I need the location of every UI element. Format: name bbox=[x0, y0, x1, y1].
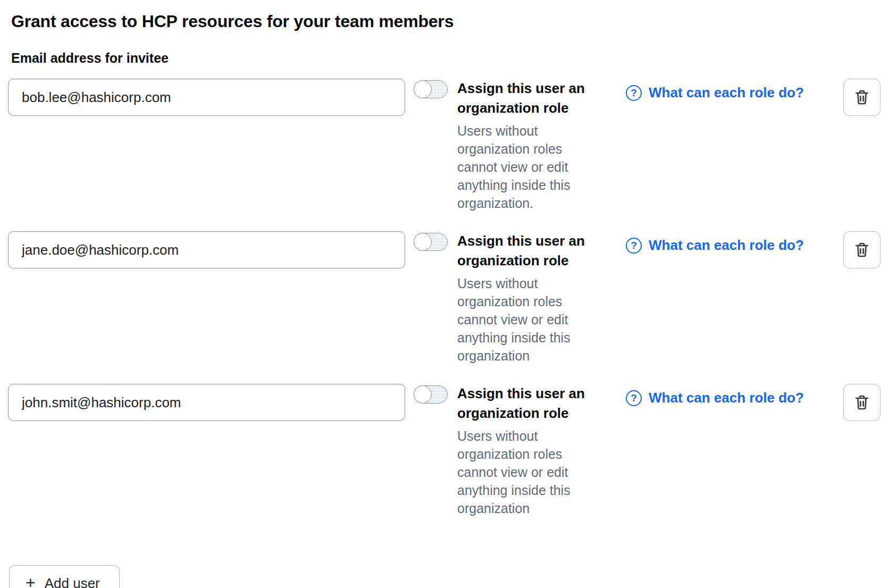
add-user-button[interactable]: + Add user bbox=[9, 565, 120, 588]
org-role-toggle[interactable] bbox=[414, 80, 448, 98]
role-text-column: Assign this user an organization role Us… bbox=[457, 231, 618, 365]
role-help-link[interactable]: ? What can each role do? bbox=[626, 85, 804, 101]
delete-row-button[interactable] bbox=[843, 79, 880, 116]
assign-role-label: Assign this user an organization role bbox=[457, 231, 618, 271]
plus-icon: + bbox=[26, 574, 36, 588]
delete-row-button[interactable] bbox=[843, 384, 880, 421]
add-user-label: Add user bbox=[45, 575, 100, 588]
email-field-label: Email address for invitee bbox=[11, 50, 880, 66]
role-description: Users without organization roles cannot … bbox=[457, 427, 591, 517]
help-icon: ? bbox=[626, 85, 642, 101]
role-description: Users without organization roles cannot … bbox=[457, 274, 591, 365]
trash-icon bbox=[853, 241, 870, 258]
help-link-label: What can each role do? bbox=[649, 85, 804, 101]
help-link-label: What can each role do? bbox=[649, 237, 804, 254]
invite-users-page: Grant access to HCP resources for your t… bbox=[0, 0, 889, 588]
invitee-email-input[interactable] bbox=[8, 384, 405, 421]
role-help-link[interactable]: ? What can each role do? bbox=[626, 237, 804, 254]
help-icon: ? bbox=[626, 390, 642, 406]
invitee-email-input[interactable] bbox=[8, 79, 405, 116]
role-help-link[interactable]: ? What can each role do? bbox=[626, 390, 804, 406]
invitee-email-input[interactable] bbox=[8, 231, 405, 268]
assign-role-label: Assign this user an organization role bbox=[457, 384, 618, 423]
help-icon: ? bbox=[626, 238, 642, 254]
assign-role-label: Assign this user an organization role bbox=[457, 79, 618, 118]
toggle-knob bbox=[414, 385, 432, 404]
toggle-knob bbox=[414, 80, 432, 98]
org-role-toggle[interactable] bbox=[414, 385, 448, 404]
help-link-label: What can each role do? bbox=[649, 390, 804, 406]
invite-row: Assign this user an organization role Us… bbox=[8, 79, 880, 212]
invite-row: Assign this user an organization role Us… bbox=[8, 231, 880, 365]
trash-icon bbox=[853, 394, 870, 411]
trash-icon bbox=[853, 89, 870, 106]
role-text-column: Assign this user an organization role Us… bbox=[457, 384, 618, 517]
role-text-column: Assign this user an organization role Us… bbox=[457, 79, 618, 212]
toggle-knob bbox=[414, 233, 432, 251]
invite-row: Assign this user an organization role Us… bbox=[8, 384, 880, 517]
page-title: Grant access to HCP resources for your t… bbox=[11, 11, 880, 32]
delete-row-button[interactable] bbox=[843, 231, 880, 268]
org-role-toggle[interactable] bbox=[414, 233, 448, 251]
role-description: Users without organization roles cannot … bbox=[457, 122, 591, 212]
